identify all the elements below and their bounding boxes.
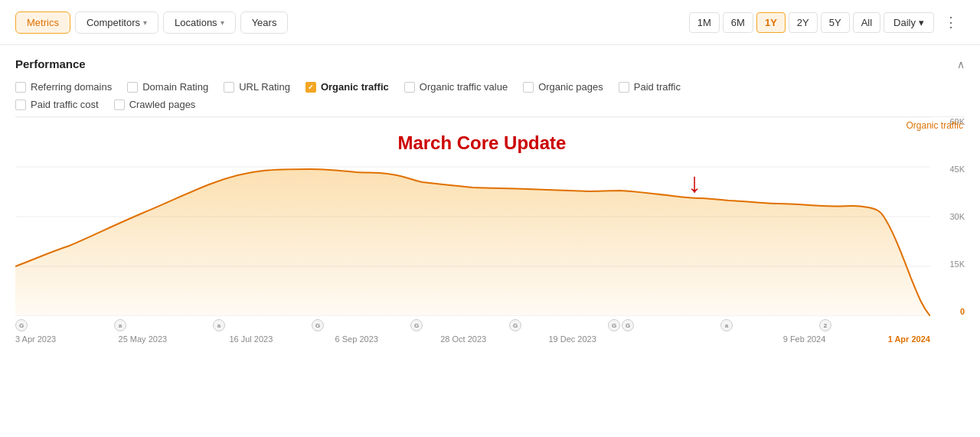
checkbox-paid-cost[interactable] [15,99,26,110]
x-label-8: 9 Feb 2024 [783,334,826,344]
metric-referring[interactable]: Referring domains [15,81,112,93]
competitors-label: Competitors [87,17,140,28]
y-label-30k: 30K [949,212,965,221]
badge-G-3: G [312,319,324,331]
marker-8: 2 [819,319,831,331]
x-markers-row: G a a G G G G [15,319,930,331]
locations-chevron: ▾ [220,18,224,27]
y-axis: 60K 45K 30K 15K 0 [933,117,965,316]
label-paid-cost: Paid traffic cost [31,99,99,110]
metric-paid-cost[interactable]: Paid traffic cost [15,99,99,110]
badge-a-7: a [720,319,733,331]
toolbar-left: Metrics Competitors ▾ Locations ▾ Years [15,11,288,34]
marker-0: G [15,319,28,331]
time-2y[interactable]: 2Y [789,12,818,33]
badge-G-5: G [509,319,521,331]
daily-chevron: ▾ [919,17,924,28]
badge-G-0: G [15,319,28,331]
time-1y[interactable]: 1Y [756,12,786,33]
metric-organic[interactable]: Organic traffic [305,81,389,93]
time-1m[interactable]: 1M [689,12,720,33]
x-label-0: 3 Apr 2023 [15,334,56,344]
more-options-button[interactable]: ⋮ [937,9,965,35]
marker-3: G [312,319,324,331]
daily-dropdown[interactable]: Daily ▾ [884,12,934,33]
checkbox-domain[interactable] [127,82,138,93]
label-referring: Referring domains [31,81,112,93]
label-organic-pages: Organic pages [538,81,603,93]
checkbox-organic[interactable] [305,82,316,93]
metric-crawled[interactable]: Crawled pages [114,99,196,110]
checkbox-organic-value[interactable] [404,82,415,93]
label-crawled: Crawled pages [129,99,196,110]
toolbar-right: 1M 6M 1Y 2Y 5Y All Daily ▾ ⋮ [689,9,965,35]
x-axis-labels: 3 Apr 2023 25 May 2023 16 Jul 2023 6 Sep… [15,333,930,345]
metrics-label: Metrics [27,17,59,28]
chart-axis-label: Organic traffic [906,120,963,131]
label-paid: Paid traffic [634,81,681,93]
checkbox-crawled[interactable] [114,99,125,110]
label-url: URL Rating [239,81,290,93]
years-label: Years [252,17,277,28]
badge-a-1: a [114,319,126,331]
metric-organic-value[interactable]: Organic traffic value [404,81,508,93]
competitors-tab[interactable]: Competitors ▾ [75,11,158,34]
badge-empty-9 [918,319,930,331]
checkbox-referring[interactable] [15,82,26,93]
metric-domain[interactable]: Domain Rating [127,81,208,93]
marker-9 [918,319,930,331]
x-label-3: 6 Sep 2023 [335,334,378,344]
y-label-45k: 45K [949,165,965,174]
badge-G-6b: G [622,319,634,331]
badge-G-4: G [410,319,423,331]
locations-label: Locations [175,17,217,28]
collapse-icon[interactable]: ∧ [957,58,965,70]
x-label-4: 28 Oct 2023 [440,334,486,344]
marker-5: G [509,319,521,331]
marker-4: G [410,319,423,331]
time-5y[interactable]: 5Y [821,12,850,33]
chart-area-fill [15,169,930,316]
y-label-0: 0 [960,307,965,316]
x-label-5: 19 Dec 2023 [548,334,596,344]
metrics-row-2: Paid traffic cost Crawled pages [15,99,965,110]
metric-paid[interactable]: Paid traffic [619,81,681,93]
time-all[interactable]: All [853,12,880,33]
badge-a-2: a [213,319,225,331]
metric-organic-pages[interactable]: Organic pages [523,81,603,93]
checkbox-url[interactable] [224,82,234,93]
marker-7: a [720,319,733,331]
label-organic: Organic traffic [321,81,389,93]
annotation-arrow: ↓ [688,169,701,197]
chart-svg [15,117,930,316]
metrics-tab[interactable]: Metrics [15,11,70,34]
label-domain: Domain Rating [142,81,208,93]
checkbox-paid[interactable] [619,82,629,93]
x-label-9: 1 Apr 2024 [888,334,930,344]
performance-title: Performance [15,57,86,70]
daily-label: Daily [893,17,916,28]
years-tab[interactable]: Years [240,11,289,34]
x-label-2: 16 Jul 2023 [229,334,273,344]
performance-section: Performance ∧ Referring domains Domain R… [0,45,980,110]
competitors-chevron: ▾ [143,18,147,27]
marker-1: a [114,319,126,331]
metric-url[interactable]: URL Rating [224,81,290,93]
marker-6: G G [608,319,634,331]
badge-G-6a: G [608,319,620,331]
x-axis-area: G a a G G G G [15,319,930,345]
time-6m[interactable]: 6M [723,12,753,33]
toolbar: Metrics Competitors ▾ Locations ▾ Years … [0,0,980,45]
checkbox-organic-pages[interactable] [523,82,534,93]
metrics-row-1: Referring domains Domain Rating URL Rati… [15,81,965,93]
marker-2: a [213,319,225,331]
y-label-15k: 15K [949,259,965,269]
locations-tab[interactable]: Locations ▾ [163,11,236,34]
chart-area: Organic traffic March Core Update ↓ [15,116,965,345]
performance-header: Performance ∧ [15,57,965,70]
x-label-1: 25 May 2023 [119,334,168,344]
label-organic-value: Organic traffic value [420,81,508,93]
badge-2-8: 2 [819,319,831,331]
